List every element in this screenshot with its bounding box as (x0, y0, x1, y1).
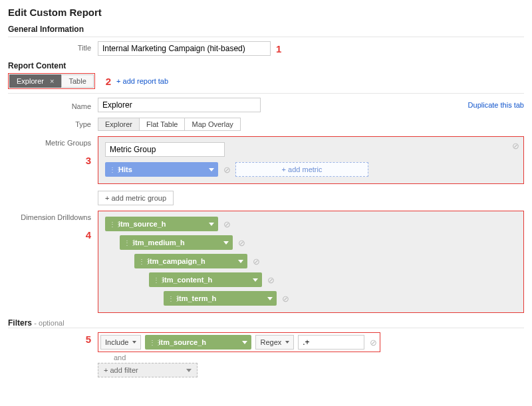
chevron-down-icon (238, 260, 243, 263)
chip-label: itm_content_h (162, 276, 247, 284)
chevron-down-icon (253, 278, 258, 282)
remove-dimension-icon[interactable]: ⊘ (266, 275, 275, 285)
filters-heading: Filters (8, 318, 32, 328)
metric-groups-label: Metric Groups (45, 139, 91, 147)
chip-label: itm_source_h (118, 220, 203, 228)
dimension-chip[interactable]: ⋮⋮ itm_campaign_h (134, 254, 247, 268)
chevron-down-icon (209, 168, 214, 171)
filter-value-input[interactable] (298, 335, 364, 350)
remove-filter-icon[interactable]: ⊘ (368, 338, 378, 348)
type-segmented-control: Explorer Flat Table Map Overlay (98, 118, 241, 131)
drag-handle-icon[interactable]: ⋮⋮ (109, 166, 114, 173)
tab-name-input[interactable] (98, 98, 261, 112)
page-title: Edit Custom Report (8, 7, 524, 18)
add-metric-group-button[interactable]: + add metric group (98, 191, 174, 205)
filter-match-select[interactable]: Regex (255, 335, 294, 350)
dimension-drilldowns-label: Dimension Drilldowns (21, 213, 91, 221)
filter-include-select[interactable]: Include (100, 335, 141, 350)
dimension-chip[interactable]: ⋮⋮ itm_medium_h (120, 235, 233, 250)
metric-group-name-input[interactable] (105, 142, 225, 157)
add-filter-button[interactable]: + add filter (98, 363, 198, 377)
drag-handle-icon[interactable]: ⋮⋮ (124, 239, 129, 247)
chevron-down-icon (209, 223, 214, 226)
remove-metric-icon[interactable]: ⊘ (222, 165, 231, 175)
dimension-chip[interactable]: ⋮⋮ itm_source_h (105, 217, 218, 231)
type-option-flat-table[interactable]: Flat Table (140, 118, 186, 130)
select-label: Include (105, 338, 128, 346)
remove-dimension-icon[interactable]: ⊘ (222, 219, 231, 229)
callout-2: 2 (106, 76, 111, 87)
report-title-input[interactable] (98, 41, 271, 56)
drag-handle-icon[interactable]: ⋮⋮ (109, 221, 114, 228)
remove-dimension-icon[interactable]: ⊘ (281, 294, 290, 304)
dimension-drilldowns-well: ⋮⋮ itm_source_h ⊘ ⋮⋮ itm_medium_h ⊘ (98, 211, 524, 313)
chip-label: itm_term_h (177, 294, 262, 302)
duplicate-tab-link[interactable]: Duplicate this tab (468, 101, 524, 109)
chevron-down-icon (132, 341, 136, 344)
drag-handle-icon[interactable]: ⋮⋮ (153, 276, 158, 284)
button-label: + add filter (104, 366, 138, 374)
tab-explorer[interactable]: Explorer × (9, 74, 61, 88)
drag-handle-icon[interactable]: ⋮⋮ (149, 339, 154, 346)
select-label: Regex (260, 338, 281, 346)
chip-label: itm_medium_h (133, 239, 218, 247)
type-label: Type (8, 118, 98, 128)
general-information-heading: General Information (8, 25, 524, 34)
dimension-chip[interactable]: ⋮⋮ itm_content_h (149, 272, 262, 287)
filter-dimension-chip[interactable]: ⋮⋮ itm_source_h (145, 335, 251, 350)
add-metric-button[interactable]: + add metric (235, 162, 368, 177)
remove-dimension-icon[interactable]: ⊘ (237, 238, 246, 248)
close-icon[interactable]: × (50, 77, 54, 85)
chevron-down-icon (186, 369, 192, 372)
callout-1: 1 (276, 43, 281, 54)
chip-label: itm_source_h (158, 338, 237, 346)
metric-group-well: ⊘ ⋮⋮ Hits ⊘ + add metric (98, 136, 524, 184)
chevron-down-icon (285, 341, 289, 344)
tab-label: Explorer (17, 77, 44, 85)
metric-chip-hits[interactable]: ⋮⋮ Hits (105, 162, 218, 177)
drag-handle-icon[interactable]: ⋮⋮ (138, 258, 144, 265)
type-option-map-overlay[interactable]: Map Overlay (185, 118, 239, 130)
chip-label: itm_campaign_h (148, 257, 233, 265)
chevron-down-icon (267, 297, 273, 300)
type-option-explorer[interactable]: Explorer (98, 118, 140, 130)
callout-5: 5 (86, 334, 91, 345)
remove-dimension-icon[interactable]: ⊘ (251, 256, 261, 266)
chevron-down-icon (242, 341, 247, 344)
chevron-down-icon (223, 241, 229, 245)
dimension-chip[interactable]: ⋮⋮ itm_term_h (164, 291, 277, 306)
filter-and-text: and (114, 354, 524, 361)
drag-handle-icon[interactable]: ⋮⋮ (168, 295, 173, 302)
filters-optional-text: - optional (34, 319, 64, 327)
title-label: Title (8, 41, 98, 52)
add-report-tab-link[interactable]: + add report tab (116, 77, 168, 85)
callout-3: 3 (86, 155, 91, 166)
name-label: Name (8, 100, 98, 110)
callout-4: 4 (86, 229, 91, 241)
tab-table[interactable]: Table (61, 74, 93, 88)
chip-label: Hits (118, 165, 203, 173)
report-content-heading: Report Content (8, 61, 524, 70)
close-icon[interactable]: ⊘ (512, 141, 519, 151)
